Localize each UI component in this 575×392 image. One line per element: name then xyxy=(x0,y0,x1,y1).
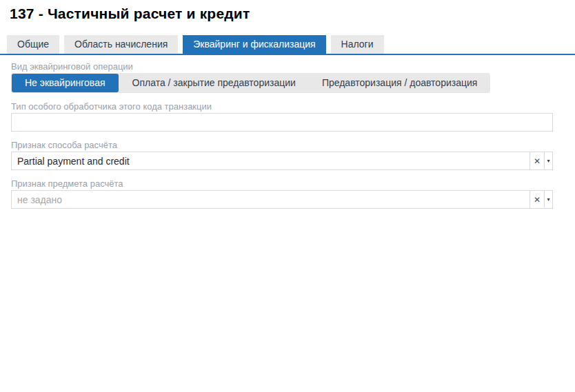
payment-subject-combobox: ✕ ▾ xyxy=(11,190,553,209)
payment-method-input[interactable] xyxy=(12,152,529,169)
payment-method-clear-button[interactable]: ✕ xyxy=(529,152,544,169)
special-handler-label: Тип особого обработчика этого кода транз… xyxy=(11,102,553,111)
tab-acquiring-fiscalization[interactable]: Эквайринг и фискализация xyxy=(183,35,325,54)
chevron-down-icon: ▾ xyxy=(547,196,549,203)
segment-preauthorization-additional-authorization[interactable]: Предавторизация / доавторизация xyxy=(309,74,491,92)
chevron-down-icon: ▾ xyxy=(547,158,549,164)
transaction-code-editor: 137 - Частичный расчет и кредит Общие Об… xyxy=(0,0,575,392)
acquiring-operation-label: Вид эквайринговой операции xyxy=(11,62,553,71)
payment-subject-dropdown-button[interactable]: ▾ xyxy=(544,191,552,208)
segment-not-acquiring[interactable]: Не эквайринговая xyxy=(12,74,119,92)
page-title: 137 - Частичный расчет и кредит xyxy=(10,6,575,22)
payment-subject-label: Признак предмета расчёта xyxy=(11,179,553,188)
payment-method-dropdown-button[interactable]: ▾ xyxy=(544,152,552,169)
tab-bar: Общие Область начисления Эквайринг и фис… xyxy=(0,35,575,55)
acquiring-operation-toggle: Не эквайринговая Оплата / закрытие преда… xyxy=(11,73,490,93)
payment-subject-input[interactable] xyxy=(12,191,529,208)
payment-method-label: Признак способа расчёта xyxy=(11,141,553,149)
special-handler-input[interactable] xyxy=(11,113,553,132)
tab-panel-acquiring-fiscalization: Вид эквайринговой операции Не эквайринго… xyxy=(11,62,553,209)
tab-taxes[interactable]: Налоги xyxy=(331,35,384,54)
tab-accrual-area[interactable]: Область начисления xyxy=(64,35,178,54)
payment-subject-clear-button[interactable]: ✕ xyxy=(529,191,544,208)
clear-icon: ✕ xyxy=(534,156,541,166)
clear-icon: ✕ xyxy=(534,195,541,205)
payment-method-combobox: ✕ ▾ xyxy=(11,152,553,170)
segment-payment-close-preauthorization[interactable]: Оплата / закрытие предавторизации xyxy=(119,74,309,92)
tab-general[interactable]: Общие xyxy=(7,35,59,54)
